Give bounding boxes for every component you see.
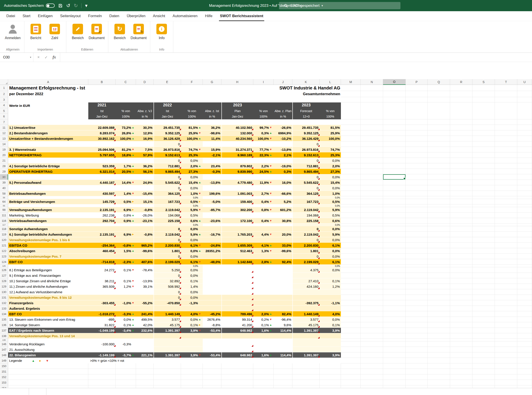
cell-O14[interactable] — [383, 141, 406, 147]
cell-P40[interactable] — [406, 185, 428, 191]
cell-R65[interactable] — [450, 204, 473, 207]
cell-G122[interactable]: 28351,2% — [203, 248, 221, 254]
cell-I146[interactable] — [253, 341, 274, 347]
cell-Q39[interactable] — [428, 180, 450, 185]
cell-Q131[interactable] — [428, 295, 450, 300]
cell-D153[interactable] — [136, 380, 154, 385]
cell-D128[interactable]: -13,9% — [136, 278, 154, 284]
cell-P116[interactable] — [406, 218, 428, 224]
cell-A129[interactable]: 11.) Zinsen und ähnliche Aufwendungen — [8, 284, 88, 289]
cell-I120[interactable] — [253, 237, 274, 243]
cell-B64[interactable]: 145.729 — [88, 199, 116, 204]
cell-Q135[interactable] — [428, 317, 450, 322]
cell-L152[interactable] — [320, 374, 341, 380]
row-header-21[interactable]: 21 — [0, 158, 8, 163]
cell-I12[interactable]: 0,3%▲ — [253, 130, 274, 136]
cell-D116[interactable]: -23,1% — [136, 218, 154, 224]
cell-S117[interactable] — [473, 224, 495, 226]
cell-C150[interactable] — [116, 363, 136, 369]
cell-G138[interactable] — [203, 333, 221, 339]
cell-F7[interactable] — [181, 119, 203, 125]
cell-Q148[interactable] — [428, 352, 450, 358]
cell-H65[interactable] — [221, 204, 253, 207]
cell-D13[interactable]: 16,9% — [136, 136, 154, 141]
cell-K28[interactable]: 712.881 — [292, 163, 320, 169]
cell-Q98[interactable] — [428, 207, 450, 213]
cell-B11[interactable]: 22.609.088 — [88, 125, 116, 130]
cell-M136[interactable] — [341, 322, 361, 328]
cell-O39[interactable] — [383, 180, 406, 185]
cell-A11[interactable]: 1.) Umsatzerlöse — [8, 125, 88, 130]
cell-O98[interactable] — [383, 207, 406, 213]
cell-U133[interactable] — [517, 306, 532, 311]
cell-K59[interactable] — [292, 196, 320, 199]
cell-R152[interactable] — [450, 374, 473, 380]
cell-E124[interactable]: 2.199.029 — [154, 259, 181, 265]
cell-O20[interactable] — [383, 152, 406, 158]
cell-U98[interactable] — [517, 207, 532, 213]
cell-H134[interactable]: 789.496 — [221, 311, 253, 317]
cell-F129[interactable]: 1,4% — [181, 284, 203, 289]
cell-C64[interactable]: 0,5%► — [116, 199, 136, 204]
cell-C122[interactable]: 1,5%▲ — [116, 248, 136, 254]
cell-F117[interactable]: 0,0% — [181, 224, 203, 226]
cell-M146[interactable] — [341, 341, 361, 347]
cell-I150[interactable] — [253, 363, 274, 369]
cell-K13[interactable]: 36.126.429 — [292, 136, 320, 141]
cell-J124[interactable]: 92,4% — [274, 259, 292, 265]
cell-M138[interactable] — [341, 333, 361, 339]
cell-C129[interactable]: 1,2%▼ — [116, 284, 136, 289]
cell-R117[interactable] — [450, 224, 473, 226]
cell-O136[interactable] — [383, 322, 406, 328]
cell-S146[interactable] — [473, 341, 495, 347]
cell-S29[interactable] — [473, 169, 495, 174]
cell-E151[interactable] — [154, 369, 181, 374]
cell-E21[interactable]: 0 — [154, 158, 181, 163]
cell-G147[interactable] — [203, 347, 221, 352]
cell-D148[interactable]: 221,1% — [136, 352, 154, 358]
cell-B21[interactable] — [88, 158, 116, 163]
cell-N137[interactable] — [361, 328, 383, 333]
column-header-R[interactable]: R — [450, 79, 473, 85]
save-icon[interactable] — [58, 4, 63, 8]
cell-A14[interactable] — [8, 141, 88, 147]
row-header-124[interactable]: 124 — [0, 259, 8, 265]
cell-H64[interactable]: 159.400 — [221, 199, 253, 204]
cell-B13[interactable]: 30.892.162 — [88, 136, 116, 141]
cell-A148[interactable]: 22. Bilanzgewinn — [8, 352, 88, 358]
row-header-135[interactable]: 135 — [0, 317, 8, 322]
cell-T127[interactable] — [495, 273, 517, 278]
cell-C123[interactable] — [116, 254, 136, 259]
cell-C120[interactable] — [116, 237, 136, 243]
cell-N152[interactable] — [361, 374, 383, 380]
cell-K122[interactable]: 1.801 — [292, 248, 320, 254]
cell-B126[interactable]: 24.272 — [88, 267, 116, 273]
cell-G119[interactable]: -16,7% — [203, 232, 221, 237]
cell-S3[interactable] — [473, 97, 495, 102]
cell-B12[interactable]: 8.283.074 — [88, 130, 116, 136]
cell-O59[interactable] — [383, 196, 406, 199]
cell-H40[interactable] — [221, 185, 253, 191]
cell-L116[interactable]: 0,6% — [320, 218, 341, 224]
cell-D125[interactable] — [136, 265, 154, 267]
cell-B146[interactable]: -100.000 — [88, 341, 116, 347]
cell-S120[interactable] — [473, 237, 495, 243]
cell-E12[interactable]: 9.352.125 — [154, 130, 181, 136]
cell-M135[interactable] — [341, 317, 361, 322]
cell-B19[interactable]: 25.094.506 — [88, 147, 116, 152]
cell-T29[interactable] — [495, 169, 517, 174]
cell-A19[interactable]: 3. ) Wareneinsatz — [8, 147, 88, 152]
row-header-30[interactable]: 30 — [0, 174, 8, 180]
cell-L138[interactable] — [320, 333, 341, 339]
cell-E58[interactable]: 364.125 — [154, 191, 181, 196]
cell-D133[interactable] — [136, 306, 154, 311]
cell-G121[interactable]: -24,8% — [203, 243, 221, 248]
cell-E152[interactable] — [154, 374, 181, 380]
cell-P121[interactable] — [406, 243, 428, 248]
cell-F134[interactable]: 4,0%▼ — [181, 311, 203, 317]
cell-D122[interactable]: -99,6% — [136, 248, 154, 254]
cell-Q116[interactable] — [428, 218, 450, 224]
row-header-151[interactable]: 151 — [0, 369, 8, 374]
name-box[interactable]: O30 ▾ — [0, 53, 33, 62]
cell-B30[interactable] — [88, 174, 116, 180]
